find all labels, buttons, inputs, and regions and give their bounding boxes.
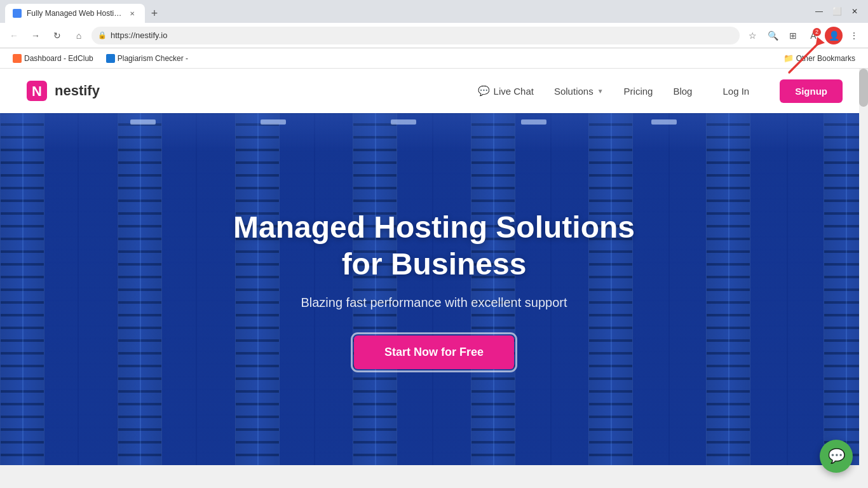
tab-favicon bbox=[13, 9, 22, 18]
plagiarism-favicon bbox=[106, 54, 115, 63]
lock-icon: 🔒 bbox=[98, 31, 107, 39]
bookmarks-other[interactable]: 📁 Other Bookmarks bbox=[778, 51, 860, 65]
maximize-button[interactable]: ⬜ bbox=[829, 3, 845, 20]
hero-content: Managed Hosting Solutions for Business B… bbox=[212, 209, 656, 369]
tab-bar: Fully Managed Web Hosting USA ✕ + bbox=[5, 0, 807, 23]
blog-link[interactable]: Blog bbox=[673, 86, 692, 97]
svg-text:N: N bbox=[32, 83, 42, 99]
ceiling-light-1 bbox=[130, 119, 156, 125]
bookmarks-other-label: Other Bookmarks bbox=[796, 54, 855, 63]
window-controls: — ⬜ ✕ bbox=[811, 3, 863, 20]
bookmark-edclub[interactable]: Dashboard - EdClub bbox=[8, 52, 98, 65]
bookmark-edclub-label: Dashboard - EdClub bbox=[24, 54, 93, 63]
solutions-dropdown-arrow: ▼ bbox=[597, 88, 604, 95]
menu-button[interactable]: ⋮ bbox=[845, 27, 863, 44]
extension-icon-3[interactable]: A 2 bbox=[804, 27, 822, 44]
tab-title: Fully Managed Web Hosting USA bbox=[27, 9, 122, 18]
profile-button[interactable]: 👤 bbox=[825, 27, 843, 44]
ceiling-light-4 bbox=[521, 119, 546, 125]
blog-label: Blog bbox=[673, 86, 692, 97]
active-tab[interactable]: Fully Managed Web Hosting USA ✕ bbox=[5, 4, 145, 23]
folder-icon: 📁 bbox=[783, 53, 794, 63]
url-text: https://nestify.io bbox=[111, 30, 167, 40]
ceiling-light-5 bbox=[651, 119, 677, 125]
url-bar[interactable]: 🔒 https://nestify.io bbox=[92, 27, 740, 44]
site-logo[interactable]: N nestify bbox=[25, 79, 100, 102]
scrollbar-thumb[interactable] bbox=[859, 69, 868, 107]
website-content: N nestify 💬 Live Chat Solutions ▼ Pricin… bbox=[0, 69, 868, 465]
back-button[interactable]: ← bbox=[5, 27, 23, 44]
home-button[interactable]: ⌂ bbox=[70, 27, 88, 44]
cta-button[interactable]: Start Now for Free bbox=[354, 336, 514, 369]
main-nav: 💬 Live Chat Solutions ▼ Pricing Blog Log… bbox=[478, 79, 843, 103]
title-bar: Fully Managed Web Hosting USA ✕ + — ⬜ ✕ bbox=[0, 0, 868, 23]
refresh-button[interactable]: ↻ bbox=[48, 27, 66, 44]
bookmark-plagiarism[interactable]: Plagiarism Checker - bbox=[101, 52, 193, 65]
ceiling-lights bbox=[0, 113, 868, 151]
ceiling-light-2 bbox=[261, 119, 286, 125]
site-navbar: N nestify 💬 Live Chat Solutions ▼ Pricin… bbox=[0, 69, 868, 113]
login-button[interactable]: Log In bbox=[712, 81, 759, 102]
bookmark-star-button[interactable]: ☆ bbox=[743, 27, 761, 44]
solutions-link[interactable]: Solutions ▼ bbox=[554, 86, 604, 97]
hero-section: Managed Hosting Solutions for Business B… bbox=[0, 113, 868, 465]
tab-close-button[interactable]: ✕ bbox=[127, 8, 137, 18]
forward-button[interactable]: → bbox=[27, 27, 44, 44]
bookmarks-bar: Dashboard - EdClub Plagiarism Checker - … bbox=[0, 48, 868, 69]
extension-icon-2[interactable]: ⊞ bbox=[784, 27, 802, 44]
address-bar: ← → ↻ ⌂ 🔒 https://nestify.io ☆ 🔍 ⊞ A 2 👤… bbox=[0, 23, 868, 48]
solutions-label: Solutions bbox=[554, 86, 593, 97]
close-button[interactable]: ✕ bbox=[846, 3, 863, 20]
chat-widget-button[interactable]: 💬 bbox=[820, 440, 853, 473]
chat-widget-icon: 💬 bbox=[828, 448, 845, 464]
live-chat-label: Live Chat bbox=[494, 86, 534, 97]
extension-icon-1[interactable]: 🔍 bbox=[764, 27, 782, 44]
pricing-label: Pricing bbox=[624, 86, 653, 97]
edclub-favicon bbox=[13, 54, 22, 63]
logo-icon: N bbox=[25, 79, 48, 102]
chat-bubble-icon: 💬 bbox=[478, 85, 490, 97]
logo-text: nestify bbox=[55, 83, 100, 99]
notification-badge: 2 bbox=[813, 28, 821, 36]
ceiling-light-3 bbox=[391, 119, 416, 125]
scrollbar[interactable] bbox=[859, 69, 868, 488]
bookmark-plagiarism-label: Plagiarism Checker - bbox=[118, 54, 188, 63]
hero-title: Managed Hosting Solutions for Business bbox=[212, 209, 656, 282]
pricing-link[interactable]: Pricing bbox=[624, 86, 653, 97]
new-tab-button[interactable]: + bbox=[145, 4, 164, 23]
toolbar-icons: ☆ 🔍 ⊞ A 2 👤 ⋮ bbox=[743, 27, 863, 44]
minimize-button[interactable]: — bbox=[811, 3, 827, 20]
hero-subtitle: Blazing fast performance with excellent … bbox=[212, 295, 656, 310]
live-chat-link[interactable]: 💬 Live Chat bbox=[478, 85, 534, 97]
signup-button[interactable]: Signup bbox=[780, 79, 843, 103]
